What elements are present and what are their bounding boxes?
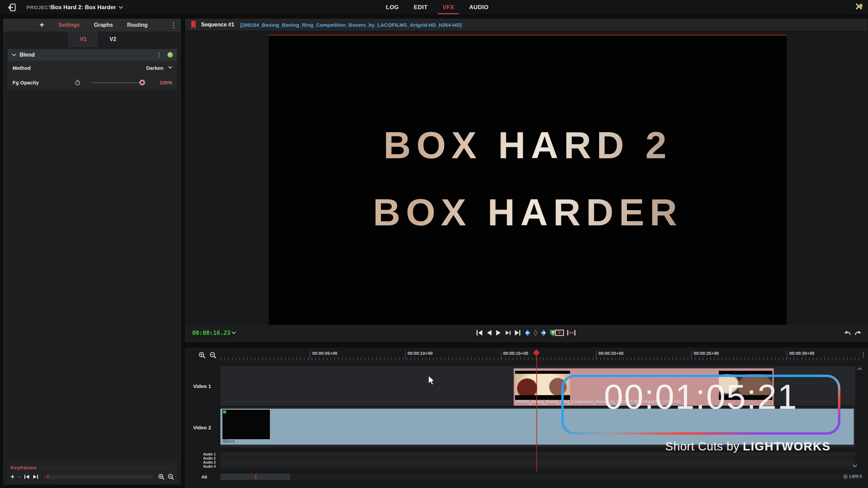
- ruler-label-25s: 00:00:25+00: [694, 351, 719, 356]
- viewer-area: BOX HARD 2 BOX HARDER: [185, 31, 868, 325]
- notification-dot: [859, 4, 863, 8]
- audio-lanes[interactable]: [220, 452, 855, 469]
- exit-project-icon[interactable]: [7, 3, 17, 13]
- blend-title: Blend: [20, 52, 35, 58]
- current-timecode[interactable]: 00:00:16.23: [192, 329, 231, 336]
- timeline-scrollbar[interactable]: [220, 473, 858, 480]
- prev-keyframe-marker-button[interactable]: [524, 329, 531, 337]
- audio4-track-label[interactable]: Audio 4: [189, 465, 216, 468]
- timeline-zoom-in-icon[interactable]: [198, 351, 206, 360]
- tab-effect-routing[interactable]: Routing: [127, 22, 147, 28]
- caption-prefix: Short Cuts by: [665, 440, 743, 453]
- sequence-clip-name[interactable]: [289104_Boxing_Boxing_Ring_Competition_B…: [240, 22, 462, 28]
- ruler-label-20s: 00:00:20+00: [598, 351, 624, 356]
- lwks-watermark: LWKS: [843, 474, 863, 479]
- transport-bar: 00:00:16.23: [185, 325, 868, 342]
- timeline-menu-icon[interactable]: ⋮: [860, 351, 866, 358]
- video-title-line2: BOX HARDER: [269, 190, 787, 234]
- fg-opacity-value: 100%: [159, 80, 172, 85]
- panel-menu-icon[interactable]: ⋮: [170, 22, 177, 28]
- history-controls: [843, 329, 863, 337]
- prev-keyframe-button[interactable]: [24, 474, 30, 480]
- keyframe-marker[interactable]: [47, 475, 48, 479]
- method-dropdown[interactable]: Darken: [146, 65, 163, 71]
- close-window-icon[interactable]: [855, 3, 865, 12]
- sequence-name[interactable]: Sequence #1: [201, 22, 234, 28]
- method-row: Method Darken: [8, 61, 177, 75]
- scroll-down-icon[interactable]: [852, 463, 857, 469]
- timeline-zoom-out-icon[interactable]: [209, 351, 217, 360]
- collapse-chevron-icon: [12, 54, 16, 56]
- viewer-top-marker: [269, 35, 787, 36]
- playhead-line[interactable]: [536, 353, 537, 472]
- video-preview[interactable]: BOX HARD 2 BOX HARDER: [269, 35, 787, 325]
- timeline-ruler[interactable]: [220, 358, 860, 360]
- mode-tabs: LOG EDIT VFX AUDIO: [386, 0, 489, 15]
- redo-icon[interactable]: [854, 329, 863, 337]
- audio1-track-label[interactable]: Audio 1: [189, 452, 216, 456]
- tab-edit[interactable]: EDIT: [414, 4, 428, 11]
- tab-log[interactable]: LOG: [386, 4, 399, 11]
- project-label: PROJECT: [26, 4, 52, 10]
- play-button[interactable]: [494, 329, 503, 337]
- tab-audio[interactable]: AUDIO: [469, 4, 489, 11]
- keyframes-zoom-out-icon[interactable]: [167, 473, 174, 480]
- watermark-caption: Short Cuts by LIGHTWORKS: [559, 440, 831, 453]
- blend-menu-icon[interactable]: ⋮: [156, 51, 162, 59]
- tab-effect-graphs[interactable]: Graphs: [94, 22, 113, 28]
- add-keyframe-button[interactable]: +: [11, 473, 15, 480]
- video2-track-label[interactable]: Video 2: [186, 425, 218, 430]
- next-keyframe-marker-button[interactable]: [540, 329, 547, 337]
- blend-enabled-toggle[interactable]: [167, 52, 173, 58]
- toggle-keyframe-button[interactable]: [533, 329, 538, 336]
- remove-keyframe-button[interactable]: −: [17, 473, 21, 480]
- sequence-header: Sequence #1 [289104_Boxing_Boxing_Ring_C…: [185, 18, 868, 31]
- keyframes-timeline-bar[interactable]: [44, 475, 153, 479]
- fg-opacity-slider-track[interactable]: [92, 82, 143, 83]
- chevron-down-icon: [119, 6, 123, 9]
- skip-to-start-button[interactable]: [475, 329, 484, 337]
- ruler-label-30s: 00:00:30+00: [789, 351, 814, 356]
- effects-panel: + Settings Graphs Routing ⋮ V1 V2 Blend …: [3, 18, 181, 485]
- next-keyframe-button[interactable]: [33, 474, 39, 480]
- effects-panel-tabs: + Settings Graphs Routing ⋮: [3, 19, 181, 32]
- layer-tabs: V1 V2: [3, 32, 181, 47]
- layer-tab-v2[interactable]: V2: [103, 32, 122, 47]
- tab-effect-settings[interactable]: Settings: [58, 22, 80, 28]
- keyframes-divider: [40, 467, 174, 468]
- keyframe-stopwatch-icon[interactable]: [74, 79, 81, 86]
- timeline-scrollbar-playhead: [255, 474, 256, 479]
- watermark-timecode: 00:01:05:21: [561, 377, 841, 417]
- play-backward-button[interactable]: [485, 329, 493, 337]
- lightworks-vfx-window: PROJECT Box Hard 2: Box Harder LOG EDIT …: [0, 0, 868, 488]
- timecode-chevron-icon[interactable]: [232, 331, 236, 334]
- add-effect-button[interactable]: +: [40, 21, 44, 29]
- video1-track-label[interactable]: Video 1: [186, 383, 218, 389]
- keyframes-zoom-in-icon[interactable]: [158, 473, 165, 480]
- edit-controls: [555, 329, 576, 337]
- video2-clip-name: Black: [223, 439, 235, 444]
- project-title-menu[interactable]: Box Hard 2: Box Harder: [51, 4, 123, 11]
- blend-parameters: Method Darken Fg Opacity 100%: [8, 61, 177, 90]
- scroll-up-icon[interactable]: [857, 366, 862, 372]
- timeline-panel: 00:00:05+00 00:00:10+00 00:00:15+00 00:0…: [185, 347, 868, 488]
- tab-vfx[interactable]: VFX: [442, 4, 454, 11]
- keyframe-controls: [524, 329, 557, 337]
- insert-edit-button[interactable]: [555, 329, 564, 337]
- replace-edit-button[interactable]: [567, 329, 576, 337]
- audio3-track-label[interactable]: Audio 3: [189, 461, 216, 464]
- blend-section-header[interactable]: Blend ⋮: [8, 49, 177, 61]
- undo-icon[interactable]: [843, 329, 851, 337]
- fg-opacity-slider-handle[interactable]: [139, 80, 145, 85]
- all-tracks-label[interactable]: All: [201, 474, 207, 480]
- clip-status-square: [223, 410, 226, 413]
- method-dropdown-chevron-icon[interactable]: [168, 66, 172, 69]
- skip-to-end-button[interactable]: [513, 329, 522, 337]
- layer-tab-v1[interactable]: V1: [67, 32, 99, 47]
- audio2-track-label[interactable]: Audio 2: [189, 456, 216, 460]
- step-forward-button[interactable]: [504, 329, 512, 337]
- ruler-label-10s: 00:00:10+00: [408, 351, 433, 356]
- method-label: Method: [13, 65, 31, 71]
- top-bar: PROJECT Box Hard 2: Box Harder LOG EDIT …: [0, 0, 868, 15]
- video-title-line1: BOX HARD 2: [269, 123, 787, 167]
